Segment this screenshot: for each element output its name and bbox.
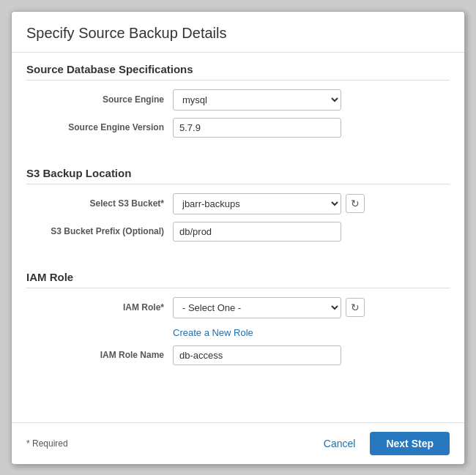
dialog-title: Specify Source Backup Details (12, 12, 464, 53)
s3-bucket-refresh-button[interactable]: ↻ (346, 194, 365, 213)
next-step-button[interactable]: Next Step (370, 432, 450, 455)
source-engine-row: Source Engine mysql postgres mariadb (26, 89, 450, 111)
iam-role-select[interactable]: - Select One - (173, 297, 341, 318)
select-s3-bucket-label: Select S3 Bucket* (26, 198, 173, 209)
s3-bucket-prefix-wrap (173, 222, 450, 242)
s3-bucket-prefix-label: S3 Bucket Prefix (Optional) (26, 226, 173, 236)
iam-role-name-label: IAM Role Name (26, 350, 173, 360)
s3-bucket-prefix-input[interactable] (173, 222, 341, 242)
s3-backup-section: S3 Backup Location Select S3 Bucket* jba… (26, 167, 450, 242)
iam-role-name-wrap (173, 345, 450, 365)
create-role-row: Create a New Role (26, 326, 450, 338)
dialog: Specify Source Backup Details Source Dat… (11, 11, 465, 465)
iam-role-row: IAM Role* - Select One - ↻ (26, 297, 450, 318)
iam-role-label: IAM Role* (26, 302, 173, 313)
source-engine-version-wrap (173, 118, 450, 138)
select-s3-bucket-wrap: jbarr-backups ↻ (173, 193, 450, 214)
iam-role-section-title: IAM Role (26, 271, 450, 288)
iam-role-refresh-button[interactable]: ↻ (346, 298, 365, 317)
iam-role-name-row: IAM Role Name (26, 345, 450, 365)
source-db-section: Source Database Specifications Source En… (26, 63, 450, 138)
iam-role-section: IAM Role IAM Role* - Select One - ↻ Crea… (26, 271, 450, 365)
source-engine-version-label: Source Engine Version (26, 122, 173, 132)
footer-buttons: Cancel Next Step (316, 432, 450, 455)
iam-role-wrap: - Select One - ↻ (173, 297, 450, 318)
dialog-footer: * Required Cancel Next Step (12, 422, 464, 464)
required-note: * Required (26, 438, 68, 449)
source-engine-version-input[interactable] (173, 118, 341, 138)
source-engine-label: Source Engine (26, 94, 173, 105)
select-s3-bucket-row: Select S3 Bucket* jbarr-backups ↻ (26, 193, 450, 214)
source-db-section-title: Source Database Specifications (26, 63, 450, 81)
create-new-role-link[interactable]: Create a New Role (173, 327, 253, 338)
s3-bucket-select[interactable]: jbarr-backups (173, 193, 341, 214)
s3-bucket-prefix-row: S3 Bucket Prefix (Optional) (26, 222, 450, 242)
iam-role-name-input[interactable] (173, 345, 341, 365)
source-engine-select[interactable]: mysql postgres mariadb (173, 89, 341, 111)
s3-backup-section-title: S3 Backup Location (26, 167, 450, 184)
source-engine-wrap: mysql postgres mariadb (173, 89, 450, 111)
dialog-body: Source Database Specifications Source En… (12, 53, 464, 422)
cancel-button[interactable]: Cancel (316, 433, 363, 454)
source-engine-version-row: Source Engine Version (26, 118, 450, 138)
